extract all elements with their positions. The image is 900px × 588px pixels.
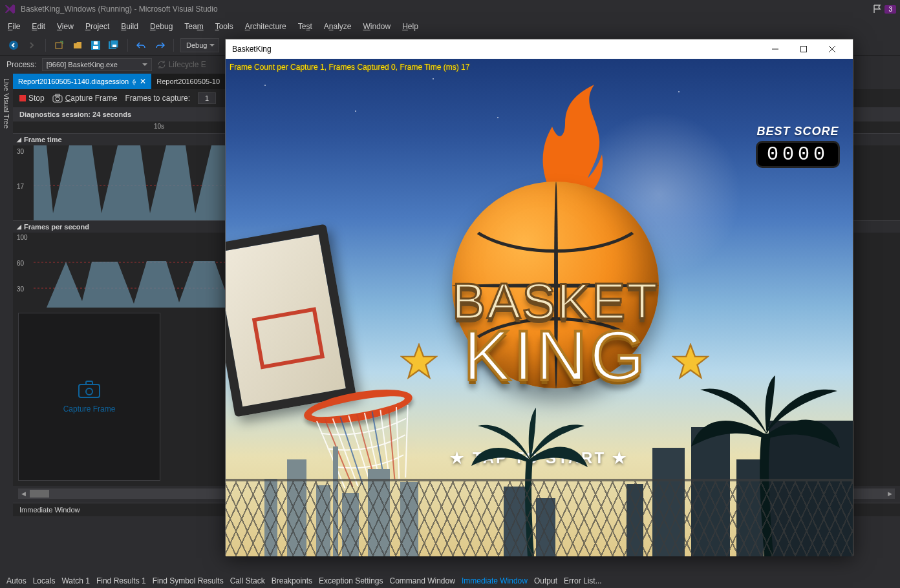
pin-icon[interactable]: ⟠ [133, 78, 136, 85]
scroll-thumb[interactable] [30, 490, 49, 498]
menu-edit[interactable]: Edit [27, 21, 50, 32]
bottom-tab-immediate[interactable]: Immediate Window [462, 576, 528, 585]
svg-marker-22 [673, 344, 707, 377]
new-project-icon[interactable] [52, 38, 67, 52]
bottom-tab-errorlist[interactable]: Error List... [564, 576, 602, 585]
ruler-tick: 10s [154, 123, 164, 130]
titlebar: BasketKing_Windows (Running) - Microsoft… [0, 0, 900, 18]
best-score-value: 0000 [756, 141, 840, 168]
frame-time-svg [34, 145, 228, 220]
tab-report-active[interactable]: Report20160505-1140.diagsession ⟠ ✕ [13, 74, 151, 89]
menu-tools[interactable]: Tools [210, 21, 239, 32]
frame-stats-text: Frame Count per Capture 1, Frames Captur… [230, 63, 469, 72]
capture-frame-link[interactable]: Capture Frame [63, 404, 116, 414]
tab-label: Report20160505-10 [156, 78, 220, 85]
bottom-tab-findsymbol[interactable]: Find Symbol Results [153, 576, 224, 585]
nav-fwd-button[interactable] [25, 38, 39, 52]
chart-title: Frames per second [24, 223, 89, 231]
lifecycle-events[interactable]: Lifecycle E [157, 60, 206, 69]
menu-project[interactable]: Project [80, 21, 114, 32]
bottom-tab-output[interactable]: Output [534, 576, 557, 585]
svg-rect-18 [801, 47, 807, 52]
menu-file[interactable]: File [3, 21, 25, 32]
process-label: Process: [6, 60, 37, 69]
live-visual-tree-tab[interactable]: Live Visual Tree [0, 74, 13, 152]
notification-badge[interactable]: 3 [884, 5, 896, 14]
save-icon[interactable] [89, 38, 103, 52]
menu-test[interactable]: Test [293, 21, 317, 32]
redo-icon[interactable] [153, 38, 167, 52]
svg-marker-13 [34, 145, 228, 220]
collapse-icon: ◢ [17, 224, 21, 230]
maximize-button[interactable] [789, 40, 818, 58]
scroll-right-icon[interactable]: ▶ [884, 488, 895, 499]
menu-architecture[interactable]: Architecture [240, 21, 292, 32]
capture-tile[interactable]: Capture Frame [18, 313, 160, 481]
close-button[interactable] [818, 40, 846, 58]
menu-window[interactable]: Window [358, 21, 396, 32]
separator [173, 39, 174, 52]
bottom-tab-watch1[interactable]: Watch 1 [61, 576, 90, 585]
bottom-tab-breakpoints[interactable]: Breakpoints [272, 576, 312, 585]
logo-text: BASKET KING [413, 272, 698, 396]
minimize-button[interactable] [761, 40, 789, 58]
config-combo[interactable]: Debug [180, 38, 219, 52]
skyline [226, 421, 853, 556]
open-icon[interactable] [70, 38, 85, 52]
window-title: BasketKing_Windows (Running) - Microsoft… [21, 5, 218, 14]
refresh-icon [157, 60, 166, 69]
frames-to-capture-label: Frames to capture: [125, 94, 190, 103]
frames-to-capture-input[interactable] [198, 92, 216, 104]
best-score-label: BEST SCORE [756, 125, 840, 138]
svg-point-10 [56, 97, 59, 101]
close-icon[interactable]: ✕ [140, 77, 146, 86]
y-axis-label: 100 [17, 234, 28, 241]
scroll-left-icon[interactable]: ◀ [18, 488, 28, 499]
bottom-tab-findresults1[interactable]: Find Results 1 [96, 576, 146, 585]
undo-icon[interactable] [134, 38, 149, 52]
game-window[interactable]: BasketKing Frame Count per Capture 1, Fr… [225, 39, 853, 556]
y-axis-label: 30 [17, 286, 24, 293]
chart-title: Frame time [24, 136, 62, 143]
process-combo[interactable]: [9660] BasketKing.exe [42, 58, 152, 71]
separator [127, 39, 128, 52]
game-window-title: BasketKing [232, 45, 272, 54]
star-dot [497, 117, 498, 118]
star-dot [433, 78, 434, 79]
nav-back-button[interactable] [6, 38, 21, 52]
game-canvas[interactable]: Frame Count per Capture 1, Frames Captur… [226, 59, 853, 556]
vs-logo-icon [4, 3, 16, 15]
game-titlebar[interactable]: BasketKing [226, 39, 853, 59]
separator [45, 39, 46, 52]
save-all-icon[interactable] [107, 38, 121, 52]
camera-large-icon [78, 380, 100, 398]
svg-marker-16 [34, 261, 228, 308]
flag-icon[interactable] [873, 5, 882, 14]
bottom-tab-exceptions[interactable]: Exception Settings [319, 576, 383, 585]
svg-rect-5 [94, 41, 98, 45]
menu-help[interactable]: Help [397, 21, 423, 32]
bottom-tab-locals[interactable]: Locals [33, 576, 56, 585]
bottom-tab-commandwindow[interactable]: Command Window [390, 576, 455, 585]
star-dot [355, 110, 356, 112]
capture-label: Capture Frame [65, 94, 118, 103]
svg-rect-2 [56, 43, 62, 48]
tab-label: Report20160505-1140.diagsession [18, 78, 129, 85]
menu-team[interactable]: Team [179, 21, 208, 32]
stop-button[interactable]: Stop [19, 94, 45, 103]
menu-analyze[interactable]: Analyze [319, 21, 357, 32]
best-score-panel: BEST SCORE 0000 [756, 125, 840, 168]
menu-bar: File Edit View Project Build Debug Team … [0, 18, 900, 35]
bottom-tab-autos[interactable]: Autos [6, 576, 27, 585]
menu-build[interactable]: Build [116, 21, 144, 32]
menu-debug[interactable]: Debug [145, 21, 178, 32]
tab-report-2[interactable]: Report20160505-10 [151, 74, 225, 89]
fence [226, 479, 853, 556]
camera-icon [52, 94, 63, 103]
capture-frame-button[interactable]: Capture Frame [52, 94, 118, 103]
menu-view[interactable]: View [52, 21, 79, 32]
y-axis-label: 60 [17, 260, 24, 267]
y-axis-label: 30 [17, 148, 24, 155]
bottom-tab-callstack[interactable]: Call Stack [230, 576, 265, 585]
svg-point-1 [9, 41, 18, 50]
